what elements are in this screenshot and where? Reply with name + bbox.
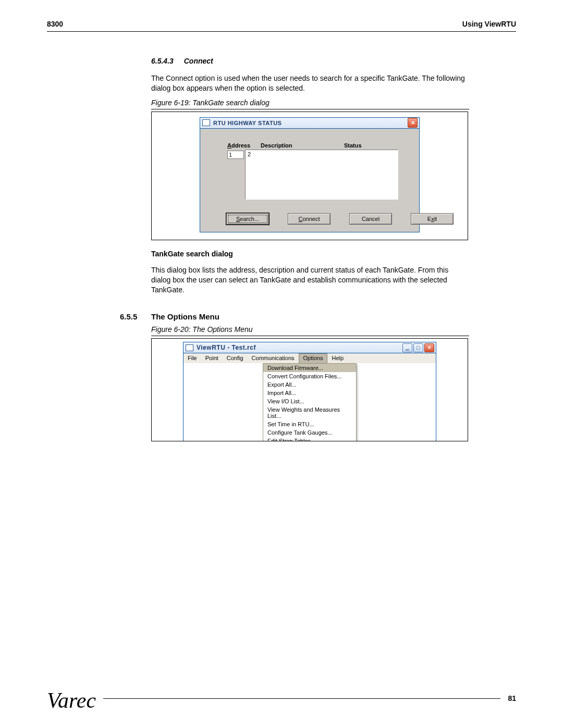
header-right: Using ViewRTU — [462, 20, 516, 28]
window-icon — [186, 344, 193, 351]
cancel-button[interactable]: Cancel — [349, 213, 392, 225]
close-icon[interactable]: ✕ — [408, 118, 418, 128]
menu-item-communications[interactable]: Communications — [248, 353, 299, 363]
menu-bar: FilePointConfigCommunicationsOptionsHelp — [183, 353, 436, 363]
section-655-num: 6.5.5 — [120, 312, 151, 321]
label-description: Description — [261, 142, 344, 149]
logo: Varec — [47, 694, 96, 707]
menu-option[interactable]: Edit Strap Tables... — [263, 437, 356, 441]
section-6543-title: Connect — [184, 57, 213, 65]
page-number: 81 — [508, 694, 516, 702]
close-icon[interactable]: ✕ — [424, 343, 434, 352]
address-input[interactable] — [227, 151, 244, 159]
menu-option[interactable]: Configure Tank Gauges... — [263, 428, 356, 437]
window-title: ViewRTU - Test.rcf — [197, 344, 402, 351]
connect-button[interactable]: Connect — [288, 213, 331, 225]
exit-button[interactable]: Exit — [411, 213, 454, 225]
menu-item-point[interactable]: Point — [201, 353, 223, 363]
menu-item-file[interactable]: File — [183, 353, 201, 363]
search-button[interactable]: Search... — [226, 213, 269, 225]
section-6543-para: The Connect option is used when the user… — [151, 73, 469, 93]
label-status: Status — [344, 142, 362, 149]
figure-6-19: RTU HIGHWAY STATUS ✕ Address Description… — [151, 112, 468, 240]
window-icon — [202, 119, 210, 126]
menu-item-options[interactable]: Options — [299, 353, 328, 363]
menu-option[interactable]: View Weights and Measures List... — [263, 405, 356, 420]
menu-item-config[interactable]: Config — [223, 353, 248, 363]
maximize-icon[interactable]: ▢ — [413, 343, 423, 352]
menu-option[interactable]: Import All... — [263, 389, 356, 397]
menu-option[interactable]: Convert Configuration Files... — [263, 372, 356, 380]
label-address: Address — [227, 142, 261, 149]
window-titlebar: ViewRTU - Test.rcf ▁ ▢ ✕ — [183, 342, 436, 353]
menu-option[interactable]: View I/O List... — [263, 397, 356, 405]
section-655-title: The Options Menu — [151, 312, 219, 321]
menu-option[interactable]: Set Time in RTU... — [263, 420, 356, 428]
figure-6-20: ViewRTU - Test.rcf ▁ ▢ ✕ FilePointConfig… — [151, 338, 468, 441]
tankgate-para: This dialog box lists the address, descr… — [151, 265, 469, 295]
header-left: 8300 — [47, 20, 63, 28]
figure-6-19-caption: Figure 6-19: TankGate search dialog — [151, 98, 469, 109]
status-listbox[interactable]: 2 — [245, 150, 398, 200]
menu-item-help[interactable]: Help — [327, 353, 348, 363]
menu-option[interactable]: Download Firmware... — [263, 364, 356, 372]
list-item: 2 — [248, 151, 251, 157]
section-6543-heading: 6.5.4.3 Connect — [151, 57, 516, 65]
menu-option[interactable]: Export All... — [263, 380, 356, 389]
options-menu-dropdown: Download Firmware...Convert Configuratio… — [263, 363, 357, 441]
tankgate-subheading: TankGate search dialog — [151, 250, 516, 258]
minimize-icon[interactable]: ▁ — [402, 343, 412, 352]
section-655-heading: 6.5.5 The Options Menu — [120, 312, 516, 321]
section-6543-num: 6.5.4.3 — [151, 57, 174, 65]
figure-6-20-caption: Figure 6-20: The Options Menu — [151, 325, 469, 336]
footer-rule — [103, 698, 500, 699]
dialog-titlebar: RTU HIGHWAY STATUS ✕ — [200, 117, 420, 128]
dialog-title: RTU HIGHWAY STATUS — [213, 120, 408, 126]
